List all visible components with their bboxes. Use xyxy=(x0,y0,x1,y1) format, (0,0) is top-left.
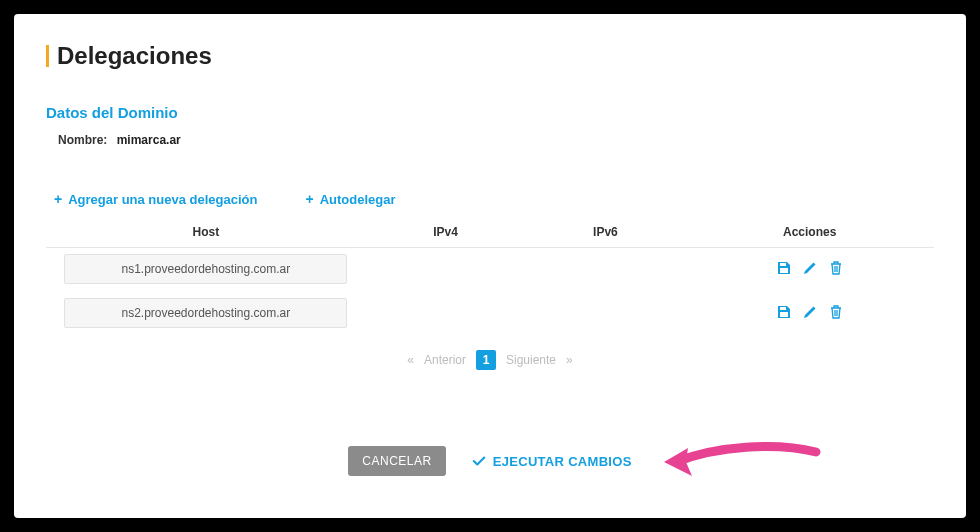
check-icon xyxy=(472,454,486,468)
cancel-button[interactable]: CANCELAR xyxy=(348,446,445,476)
domain-name-value: mimarca.ar xyxy=(117,133,181,147)
pager-prev[interactable]: Anterior xyxy=(424,353,466,367)
domain-section-title: Datos del Dominio xyxy=(46,104,934,121)
delegation-toolbar: + Agregar una nueva delegación + Autodel… xyxy=(46,191,934,207)
save-icon[interactable] xyxy=(776,260,792,276)
annotation-arrow-icon xyxy=(656,438,826,486)
ipv4-cell xyxy=(366,248,526,292)
pagination: « Anterior 1 Siguiente » xyxy=(46,350,934,370)
ipv6-cell xyxy=(526,248,686,292)
pager-next[interactable]: Siguiente xyxy=(506,353,556,367)
row-actions xyxy=(776,260,844,276)
trash-icon[interactable] xyxy=(828,304,844,320)
plus-icon: + xyxy=(54,191,62,207)
trash-icon[interactable] xyxy=(828,260,844,276)
host-input[interactable] xyxy=(64,298,347,328)
col-header-actions: Acciones xyxy=(685,217,934,248)
execute-changes-button[interactable]: EJECUTAR CAMBIOS xyxy=(472,454,632,469)
table-row xyxy=(46,248,934,292)
footer-actions: CANCELAR EJECUTAR CAMBIOS xyxy=(46,446,934,476)
col-header-host: Host xyxy=(46,217,366,248)
pager-page-1[interactable]: 1 xyxy=(476,350,496,370)
title-accent-bar xyxy=(46,45,49,67)
edit-icon[interactable] xyxy=(802,260,818,276)
edit-icon[interactable] xyxy=(802,304,818,320)
table-header-row: Host IPv4 IPv6 Acciones xyxy=(46,217,934,248)
autodelegate-button[interactable]: + Autodelegar xyxy=(305,191,395,207)
row-actions xyxy=(776,304,844,320)
domain-name-row: Nombre: mimarca.ar xyxy=(46,133,934,147)
main-window: Delegaciones Datos del Dominio Nombre: m… xyxy=(14,14,966,518)
col-header-ipv4: IPv4 xyxy=(366,217,526,248)
add-delegation-label: Agregar una nueva delegación xyxy=(68,192,257,207)
execute-changes-label: EJECUTAR CAMBIOS xyxy=(493,454,632,469)
ipv6-cell xyxy=(526,291,686,335)
pager-prev-angle: « xyxy=(407,353,414,367)
col-header-ipv6: IPv6 xyxy=(526,217,686,248)
autodelegate-label: Autodelegar xyxy=(320,192,396,207)
save-icon[interactable] xyxy=(776,304,792,320)
domain-name-label: Nombre: xyxy=(58,133,107,147)
host-input[interactable] xyxy=(64,254,347,284)
plus-icon: + xyxy=(305,191,313,207)
page-title: Delegaciones xyxy=(57,42,212,70)
pager-next-angle: » xyxy=(566,353,573,367)
table-row xyxy=(46,291,934,335)
ipv4-cell xyxy=(366,291,526,335)
page-title-row: Delegaciones xyxy=(46,42,934,70)
add-delegation-button[interactable]: + Agregar una nueva delegación xyxy=(54,191,257,207)
delegations-table: Host IPv4 IPv6 Acciones xyxy=(46,217,934,336)
